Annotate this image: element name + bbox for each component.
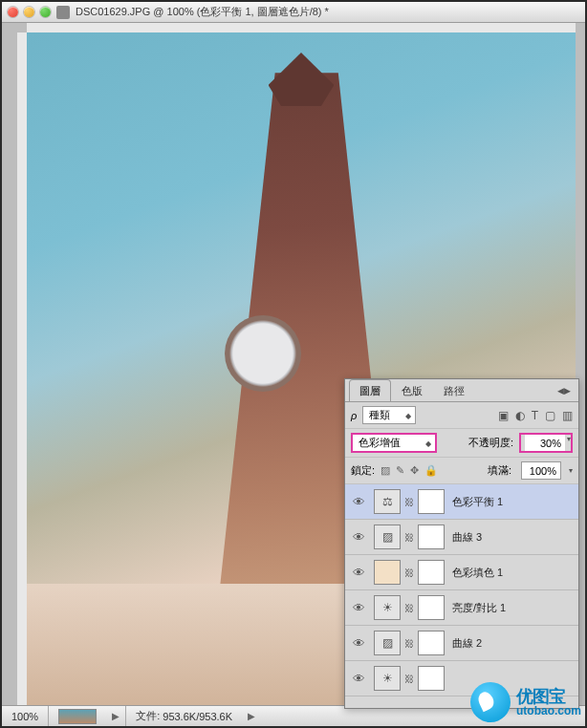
lock-position-icon[interactable]: ✥ bbox=[410, 464, 419, 477]
layers-panel: 圖層 色版 路徑 ◀▶ ρ 種類 ◆ ▣ ◐ T ▢ ▥ 色彩增值 ◆ 不透明度… bbox=[344, 378, 579, 709]
filter-row: ρ 種類 ◆ ▣ ◐ T ▢ ▥ bbox=[345, 402, 578, 429]
window-title: DSC01629.JPG @ 100% (色彩平衡 1, 圖層遮色片/8) * bbox=[76, 5, 579, 19]
layer-row[interactable]: 👁 ⚖ ⛓ 色彩平衡 1 bbox=[345, 484, 578, 520]
link-icon[interactable]: ⛓ bbox=[404, 638, 414, 649]
file-size-label: 文件: 953.6K/953.6K bbox=[125, 706, 242, 726]
navigator-thumb[interactable] bbox=[58, 709, 97, 724]
ruler-vertical bbox=[17, 32, 27, 705]
filter-glyph: ρ bbox=[351, 410, 357, 421]
chevron-down-icon: ◆ bbox=[425, 439, 431, 447]
watermark-line1: 优图宝 bbox=[516, 688, 581, 705]
chevron-down-icon[interactable]: ▾ bbox=[565, 435, 571, 451]
chevron-right-icon[interactable]: ▶ bbox=[242, 711, 261, 721]
chevron-down-icon[interactable]: ▾ bbox=[567, 466, 573, 475]
layer-row[interactable]: 👁 ☀ ⛓ 亮度/對比 1 bbox=[345, 590, 578, 626]
blend-opacity-row: 色彩增值 ◆ 不透明度: 30% ▾ bbox=[345, 429, 578, 458]
clock-face bbox=[225, 315, 301, 392]
layer-name: 曲線 3 bbox=[452, 530, 482, 545]
window-titlebar: DSC01629.JPG @ 100% (色彩平衡 1, 圖層遮色片/8) * bbox=[2, 2, 585, 23]
mask-thumb[interactable] bbox=[418, 666, 445, 691]
visibility-icon[interactable]: 👁 bbox=[349, 566, 368, 580]
watermark-logo-icon bbox=[470, 682, 511, 722]
chevron-down-icon: ◆ bbox=[405, 411, 411, 419]
filter-icons: ▣ ◐ T ▢ ▥ bbox=[498, 409, 573, 422]
lock-pixels-icon[interactable]: ▨ bbox=[380, 464, 390, 477]
fill-input[interactable]: 100% bbox=[521, 461, 561, 480]
opacity-label: 不透明度: bbox=[468, 436, 513, 450]
visibility-icon[interactable]: 👁 bbox=[349, 530, 368, 545]
tab-channels[interactable]: 色版 bbox=[391, 379, 433, 401]
image-filter-icon[interactable]: ▣ bbox=[498, 409, 509, 422]
mask-thumb[interactable] bbox=[418, 489, 445, 514]
adjustment-thumb[interactable]: ☀ bbox=[374, 666, 401, 691]
visibility-icon[interactable]: 👁 bbox=[349, 672, 368, 686]
site-watermark: 优图宝 utobao.com bbox=[470, 682, 581, 722]
layer-row[interactable]: 👁 ▨ ⛓ 曲線 3 bbox=[345, 520, 578, 555]
mask-thumb[interactable] bbox=[418, 560, 445, 585]
lock-icons: ▨ ✎ ✥ 🔒 bbox=[380, 464, 438, 477]
blend-mode-select[interactable]: 色彩增值 ◆ bbox=[353, 435, 435, 451]
minimize-icon[interactable] bbox=[24, 7, 34, 17]
document-icon bbox=[56, 6, 70, 19]
layer-name: 曲線 2 bbox=[452, 636, 482, 651]
traffic-lights bbox=[8, 7, 51, 17]
visibility-icon[interactable]: 👁 bbox=[349, 601, 368, 615]
adjustment-thumb[interactable]: ⚖ bbox=[374, 489, 401, 514]
mask-thumb[interactable] bbox=[418, 595, 445, 620]
lock-label: 鎖定: bbox=[351, 463, 375, 478]
tab-layers[interactable]: 圖層 bbox=[349, 379, 391, 401]
layer-row[interactable]: 👁 ⛓ 色彩填色 1 bbox=[345, 555, 578, 590]
zoom-field[interactable]: 100% bbox=[2, 706, 49, 726]
layers-list: 👁 ⚖ ⛓ 色彩平衡 1 👁 ▨ ⛓ 曲線 3 👁 ⛓ 色 bbox=[345, 484, 578, 708]
type-filter-icon[interactable]: T bbox=[532, 409, 538, 422]
shape-filter-icon[interactable]: ▢ bbox=[545, 409, 555, 422]
file-size: 953.6K/953.6K bbox=[163, 711, 232, 722]
lock-brush-icon[interactable]: ✎ bbox=[396, 464, 404, 477]
layer-name: 色彩填色 1 bbox=[452, 566, 503, 580]
ruler-horizontal bbox=[27, 23, 576, 32]
filter-label: 種類 bbox=[369, 408, 390, 422]
watermark-line2: utobao.com bbox=[516, 705, 581, 717]
mask-thumb[interactable] bbox=[418, 631, 445, 655]
link-icon[interactable]: ⛓ bbox=[404, 532, 414, 543]
close-icon[interactable] bbox=[8, 7, 18, 17]
link-icon[interactable]: ⛓ bbox=[404, 497, 414, 507]
layer-row[interactable]: 👁 ▨ ⛓ 曲線 2 bbox=[345, 626, 578, 661]
mask-thumb[interactable] bbox=[418, 525, 445, 549]
visibility-icon[interactable]: 👁 bbox=[349, 636, 368, 651]
blend-mode-value: 色彩增值 bbox=[359, 436, 401, 450]
layer-name: 亮度/對比 1 bbox=[452, 601, 506, 615]
adjustment-filter-icon[interactable]: ◐ bbox=[515, 409, 525, 422]
filter-type-select[interactable]: 種類 ◆ bbox=[362, 406, 416, 424]
blend-mode-highlight: 色彩增值 ◆ bbox=[351, 433, 437, 453]
tab-paths[interactable]: 路徑 bbox=[433, 379, 475, 401]
file-label: 文件: bbox=[136, 709, 160, 723]
adjustment-thumb[interactable]: ▨ bbox=[374, 525, 401, 549]
watermark-text: 优图宝 utobao.com bbox=[516, 688, 581, 717]
lock-all-icon[interactable]: 🔒 bbox=[424, 464, 438, 477]
link-icon[interactable]: ⛓ bbox=[404, 603, 414, 613]
layer-name: 色彩平衡 1 bbox=[452, 495, 503, 509]
panel-collapse-icon[interactable]: ◀▶ bbox=[557, 386, 575, 396]
zoom-icon[interactable] bbox=[40, 7, 51, 17]
opacity-input[interactable]: 30% bbox=[525, 435, 565, 451]
adjustment-thumb[interactable]: ▨ bbox=[374, 631, 401, 655]
lock-fill-row: 鎖定: ▨ ✎ ✥ 🔒 填滿: 100% ▾ bbox=[345, 458, 578, 484]
panel-tabs: 圖層 色版 路徑 ◀▶ bbox=[345, 379, 578, 402]
chevron-right-icon[interactable]: ▶ bbox=[106, 711, 125, 721]
visibility-icon[interactable]: 👁 bbox=[349, 495, 368, 509]
smart-filter-icon[interactable]: ▥ bbox=[562, 409, 573, 422]
opacity-highlight: 30% ▾ bbox=[519, 433, 573, 453]
color-swatch-thumb[interactable] bbox=[374, 560, 401, 585]
link-icon[interactable]: ⛓ bbox=[404, 567, 414, 578]
adjustment-thumb[interactable]: ☀ bbox=[374, 595, 401, 620]
link-icon[interactable]: ⛓ bbox=[404, 674, 414, 684]
fill-label: 填滿: bbox=[488, 463, 511, 478]
